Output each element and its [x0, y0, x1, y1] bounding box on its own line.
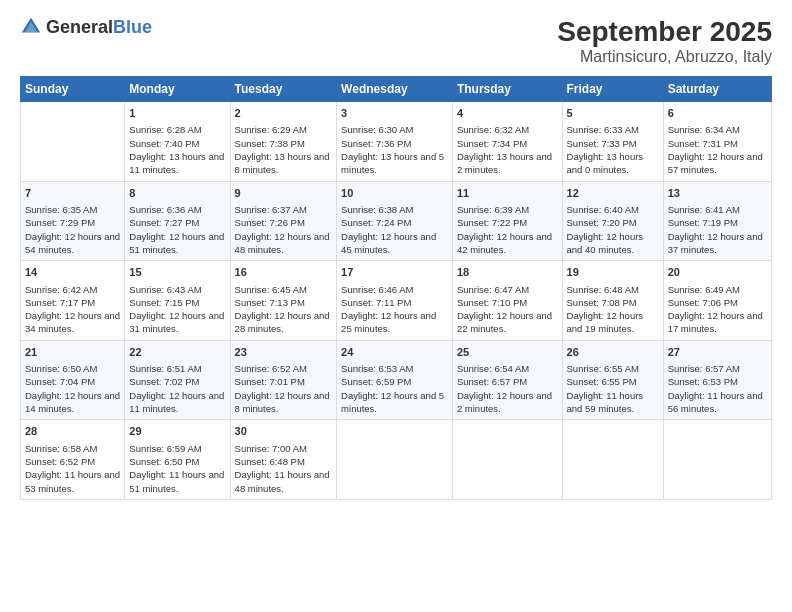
day-number: 15 [129, 265, 225, 280]
day-number: 21 [25, 345, 120, 360]
calendar-cell: 5Sunrise: 6:33 AMSunset: 7:33 PMDaylight… [562, 102, 663, 182]
calendar-title: September 2025 [557, 16, 772, 48]
calendar-cell: 18Sunrise: 6:47 AMSunset: 7:10 PMDayligh… [452, 261, 562, 341]
calendar-cell: 3Sunrise: 6:30 AMSunset: 7:36 PMDaylight… [337, 102, 453, 182]
day-number: 19 [567, 265, 659, 280]
day-number: 12 [567, 186, 659, 201]
header-cell-wednesday: Wednesday [337, 77, 453, 102]
title-block: September 2025 Martinsicuro, Abruzzo, It… [557, 16, 772, 66]
calendar-cell [452, 420, 562, 500]
calendar-cell: 8Sunrise: 6:36 AMSunset: 7:27 PMDaylight… [125, 181, 230, 261]
week-row-3: 14Sunrise: 6:42 AMSunset: 7:17 PMDayligh… [21, 261, 772, 341]
header-cell-tuesday: Tuesday [230, 77, 337, 102]
day-number: 6 [668, 106, 767, 121]
day-number: 22 [129, 345, 225, 360]
week-row-1: 1Sunrise: 6:28 AMSunset: 7:40 PMDaylight… [21, 102, 772, 182]
day-number: 4 [457, 106, 558, 121]
day-number: 29 [129, 424, 225, 439]
calendar-subtitle: Martinsicuro, Abruzzo, Italy [557, 48, 772, 66]
day-number: 1 [129, 106, 225, 121]
week-row-4: 21Sunrise: 6:50 AMSunset: 7:04 PMDayligh… [21, 340, 772, 420]
logo-icon [20, 16, 42, 38]
calendar-cell: 24Sunrise: 6:53 AMSunset: 6:59 PMDayligh… [337, 340, 453, 420]
header-cell-friday: Friday [562, 77, 663, 102]
page: GeneralBlue September 2025 Martinsicuro,… [0, 0, 792, 612]
day-number: 14 [25, 265, 120, 280]
day-number: 11 [457, 186, 558, 201]
calendar-cell: 26Sunrise: 6:55 AMSunset: 6:55 PMDayligh… [562, 340, 663, 420]
header-cell-thursday: Thursday [452, 77, 562, 102]
calendar-cell: 27Sunrise: 6:57 AMSunset: 6:53 PMDayligh… [663, 340, 771, 420]
day-number: 26 [567, 345, 659, 360]
logo-text-blue: Blue [113, 17, 152, 37]
calendar-cell: 19Sunrise: 6:48 AMSunset: 7:08 PMDayligh… [562, 261, 663, 341]
calendar-cell: 4Sunrise: 6:32 AMSunset: 7:34 PMDaylight… [452, 102, 562, 182]
header-cell-sunday: Sunday [21, 77, 125, 102]
day-number: 10 [341, 186, 448, 201]
calendar-cell: 11Sunrise: 6:39 AMSunset: 7:22 PMDayligh… [452, 181, 562, 261]
calendar-cell: 20Sunrise: 6:49 AMSunset: 7:06 PMDayligh… [663, 261, 771, 341]
day-number: 5 [567, 106, 659, 121]
calendar-cell: 13Sunrise: 6:41 AMSunset: 7:19 PMDayligh… [663, 181, 771, 261]
day-number: 28 [25, 424, 120, 439]
day-number: 20 [668, 265, 767, 280]
day-number: 30 [235, 424, 333, 439]
calendar-cell [21, 102, 125, 182]
calendar-cell: 6Sunrise: 6:34 AMSunset: 7:31 PMDaylight… [663, 102, 771, 182]
calendar-cell: 29Sunrise: 6:59 AMSunset: 6:50 PMDayligh… [125, 420, 230, 500]
day-number: 3 [341, 106, 448, 121]
day-number: 2 [235, 106, 333, 121]
day-number: 17 [341, 265, 448, 280]
day-number: 25 [457, 345, 558, 360]
calendar-cell: 21Sunrise: 6:50 AMSunset: 7:04 PMDayligh… [21, 340, 125, 420]
logo: GeneralBlue [20, 16, 152, 38]
calendar-cell: 1Sunrise: 6:28 AMSunset: 7:40 PMDaylight… [125, 102, 230, 182]
calendar-cell: 30Sunrise: 7:00 AMSunset: 6:48 PMDayligh… [230, 420, 337, 500]
calendar-cell [663, 420, 771, 500]
day-number: 16 [235, 265, 333, 280]
week-row-2: 7Sunrise: 6:35 AMSunset: 7:29 PMDaylight… [21, 181, 772, 261]
header-row: SundayMondayTuesdayWednesdayThursdayFrid… [21, 77, 772, 102]
calendar-cell: 2Sunrise: 6:29 AMSunset: 7:38 PMDaylight… [230, 102, 337, 182]
calendar-cell [562, 420, 663, 500]
day-number: 24 [341, 345, 448, 360]
calendar-cell: 7Sunrise: 6:35 AMSunset: 7:29 PMDaylight… [21, 181, 125, 261]
calendar-cell: 16Sunrise: 6:45 AMSunset: 7:13 PMDayligh… [230, 261, 337, 341]
calendar-cell: 15Sunrise: 6:43 AMSunset: 7:15 PMDayligh… [125, 261, 230, 341]
day-number: 27 [668, 345, 767, 360]
calendar-cell: 23Sunrise: 6:52 AMSunset: 7:01 PMDayligh… [230, 340, 337, 420]
calendar-cell: 25Sunrise: 6:54 AMSunset: 6:57 PMDayligh… [452, 340, 562, 420]
header-cell-monday: Monday [125, 77, 230, 102]
header: GeneralBlue September 2025 Martinsicuro,… [20, 16, 772, 66]
calendar-cell: 10Sunrise: 6:38 AMSunset: 7:24 PMDayligh… [337, 181, 453, 261]
header-cell-saturday: Saturday [663, 77, 771, 102]
calendar-cell [337, 420, 453, 500]
week-row-5: 28Sunrise: 6:58 AMSunset: 6:52 PMDayligh… [21, 420, 772, 500]
calendar-cell: 17Sunrise: 6:46 AMSunset: 7:11 PMDayligh… [337, 261, 453, 341]
day-number: 23 [235, 345, 333, 360]
day-number: 9 [235, 186, 333, 201]
day-number: 13 [668, 186, 767, 201]
calendar-cell: 9Sunrise: 6:37 AMSunset: 7:26 PMDaylight… [230, 181, 337, 261]
calendar-cell: 22Sunrise: 6:51 AMSunset: 7:02 PMDayligh… [125, 340, 230, 420]
day-number: 18 [457, 265, 558, 280]
calendar-cell: 12Sunrise: 6:40 AMSunset: 7:20 PMDayligh… [562, 181, 663, 261]
calendar-cell: 14Sunrise: 6:42 AMSunset: 7:17 PMDayligh… [21, 261, 125, 341]
logo-text-general: General [46, 17, 113, 37]
calendar-table: SundayMondayTuesdayWednesdayThursdayFrid… [20, 76, 772, 500]
calendar-cell: 28Sunrise: 6:58 AMSunset: 6:52 PMDayligh… [21, 420, 125, 500]
day-number: 7 [25, 186, 120, 201]
day-number: 8 [129, 186, 225, 201]
